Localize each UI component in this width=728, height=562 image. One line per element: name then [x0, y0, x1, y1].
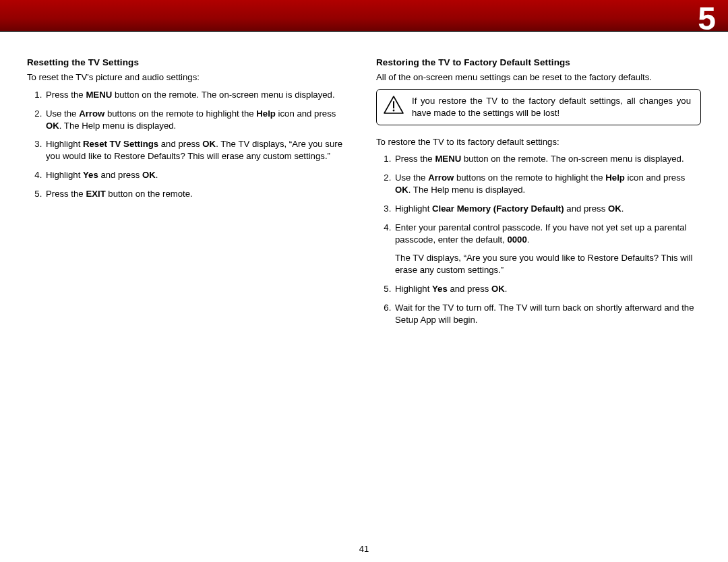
- intro-restoring: All of the on-screen menu settings can b…: [376, 71, 701, 84]
- page-number: 41: [0, 543, 728, 555]
- chapter-banner: 5: [0, 0, 728, 31]
- step: Highlight Reset TV Settings and press OK…: [44, 138, 352, 162]
- step: Press the MENU button on the remote. The…: [394, 153, 701, 165]
- heading-resetting: Resetting the TV Settings: [27, 57, 352, 69]
- intro-resetting: To reset the TV's picture and audio sett…: [27, 71, 352, 84]
- chapter-number: 5: [698, 0, 716, 41]
- step: Use the Arrow buttons on the remote to h…: [44, 108, 352, 132]
- step: Highlight Yes and press OK.: [44, 169, 352, 181]
- step: Highlight Yes and press OK.: [394, 283, 701, 295]
- step: Press the MENU button on the remote. The…: [44, 89, 352, 101]
- step: Enter your parental control passcode. If…: [394, 222, 701, 276]
- svg-point-2: [393, 110, 395, 112]
- page-body: Resetting the TV Settings To reset the T…: [0, 31, 728, 542]
- warning-text: If you restore the TV to the factory def…: [412, 95, 691, 119]
- right-column: Restoring the TV to Factory Default Sett…: [376, 57, 701, 542]
- warning-callout: If you restore the TV to the factory def…: [376, 89, 701, 125]
- step: Highlight Clear Memory (Factory Default)…: [394, 203, 701, 215]
- heading-restoring: Restoring the TV to Factory Default Sett…: [376, 57, 701, 69]
- step: Wait for the TV to turn off. The TV will…: [394, 302, 701, 326]
- steps-resetting: Press the MENU button on the remote. The…: [27, 89, 352, 200]
- step: Use the Arrow buttons on the remote to h…: [394, 172, 701, 196]
- steps-restoring: Press the MENU button on the remote. The…: [376, 153, 701, 325]
- intro2-restoring: To restore the TV to its factory default…: [376, 136, 701, 148]
- step: Press the EXIT button on the remote.: [44, 188, 352, 200]
- left-column: Resetting the TV Settings To reset the T…: [27, 57, 352, 542]
- warning-icon: [384, 96, 404, 118]
